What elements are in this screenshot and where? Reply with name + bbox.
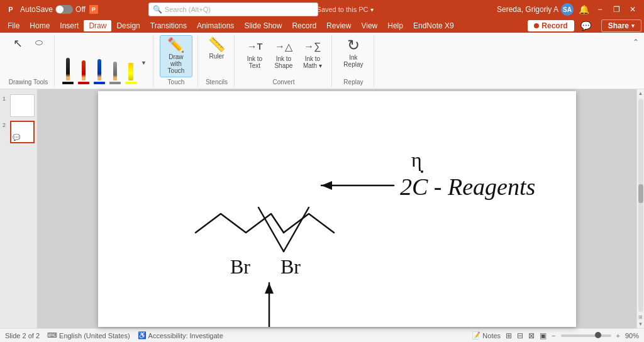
notifications-icon[interactable]: 🔔: [577, 3, 590, 16]
ink-replay-button[interactable]: ↻ Ink Replay: [338, 35, 369, 70]
replay-icon: ↻: [347, 38, 360, 53]
menu-endnote[interactable]: EndNote X9: [408, 20, 459, 31]
ribbon-group-stencils: 📏 Ruler Stencils: [199, 35, 235, 87]
scroll-track: [638, 99, 643, 312]
language-icon: ⌨: [47, 331, 57, 339]
menu-record[interactable]: Record: [287, 20, 321, 31]
pen-black-icon: [66, 58, 70, 80]
ruler-button[interactable]: 📏 Ruler: [204, 35, 229, 62]
pen-gray-button[interactable]: [108, 60, 122, 86]
user-name: Sereda, Grigoriy A: [497, 5, 558, 14]
scroll-down-button[interactable]: ▼: [638, 321, 643, 327]
svg-text:Br: Br: [280, 255, 301, 278]
pen-blue-button[interactable]: [92, 58, 106, 86]
zoom-slider[interactable]: [561, 334, 611, 337]
select-icon: ↖: [13, 38, 23, 49]
slide-2-number: 2: [3, 121, 9, 128]
dropdown-arrow-icon[interactable]: ▾: [370, 6, 374, 13]
record-dot-icon: [534, 23, 539, 28]
view-grid-icon[interactable]: ⊟: [517, 331, 523, 340]
convert-label: Convert: [272, 79, 294, 87]
search-bar[interactable]: 🔍 Search (Alt+Q): [148, 3, 318, 16]
autosave-state: Off: [75, 5, 86, 14]
stencils-label: Stencils: [206, 79, 228, 87]
close-button[interactable]: ✕: [626, 3, 639, 16]
vertical-scrollbar[interactable]: ▲ ⊞ ▼: [636, 89, 644, 328]
search-icon: 🔍: [153, 5, 162, 14]
menu-design[interactable]: Design: [111, 20, 145, 31]
autosave-toggle[interactable]: AutoSave Off: [20, 5, 86, 14]
autosave-label: AutoSave: [20, 5, 53, 14]
avatar: SA: [561, 3, 574, 16]
notes-button[interactable]: 📝 Notes: [472, 331, 501, 339]
ink-to-math-label: Ink to Math ▾: [303, 55, 322, 69]
slide-2-thumbnail[interactable]: 💬: [10, 121, 35, 143]
slide-canvas: 2C - Reagents η Br Br: [98, 91, 576, 327]
menu-file[interactable]: File: [3, 20, 25, 31]
notes-icon: 📝: [472, 331, 480, 339]
scroll-bottom-buttons: ⊞ ▼: [637, 313, 644, 328]
replay-label: Replay: [343, 79, 363, 87]
highlighter-color-bar: [125, 82, 136, 84]
notes-label: Notes: [482, 332, 501, 339]
menu-transitions[interactable]: Transitions: [145, 20, 192, 31]
zoom-fit-icon[interactable]: ⊞: [638, 314, 643, 320]
main-area: 1 2 💬 2C - Reagents η: [0, 89, 644, 328]
pen-red-button[interactable]: [77, 59, 91, 86]
status-bar: Slide 2 of 2 ⌨ English (United States) ♿…: [0, 328, 644, 342]
draw-with-touch-button[interactable]: ✏️ Draw with Touch: [160, 35, 192, 77]
ink-to-math-button[interactable]: →∑ Ink to Math ▾: [299, 35, 326, 72]
menu-view[interactable]: View: [356, 20, 382, 31]
menu-slideshow[interactable]: Slide Show: [239, 20, 287, 31]
lasso-tool-button[interactable]: ⬭: [29, 35, 49, 50]
record-label: Record: [541, 21, 567, 30]
restore-button[interactable]: ❐: [610, 3, 623, 16]
ribbon-group-replay: ↻ Ink Replay Replay: [333, 35, 374, 87]
zoom-slider-thumb[interactable]: [595, 332, 601, 338]
svg-marker-10: [265, 283, 274, 294]
comments-icon[interactable]: 💬: [578, 21, 594, 31]
menu-draw[interactable]: Draw: [84, 20, 111, 31]
view-normal-icon[interactable]: ⊞: [506, 331, 512, 340]
slide-panel: 1 2 💬: [0, 89, 38, 328]
highlighter-button[interactable]: [124, 62, 138, 86]
menu-animations[interactable]: Animations: [192, 20, 239, 31]
replay-label: Ink Replay: [343, 54, 363, 68]
ribbon-collapse-button[interactable]: ⌃: [630, 35, 641, 49]
app-icon: P: [5, 4, 16, 15]
share-label: Share: [608, 21, 629, 30]
zoom-out-button[interactable]: −: [552, 332, 555, 339]
menu-review[interactable]: Review: [321, 20, 356, 31]
title-bar: P AutoSave Off P Drawing.pptx Saved to t…: [0, 0, 644, 19]
autosave-switch[interactable]: [55, 5, 73, 14]
zoom-in-button[interactable]: +: [616, 332, 620, 339]
replay-items: ↻ Ink Replay: [338, 35, 369, 79]
menu-help[interactable]: Help: [382, 20, 408, 31]
slide-1-thumbnail[interactable]: [10, 94, 35, 117]
pen-more-button[interactable]: ▼: [140, 58, 148, 67]
ink-to-shape-button[interactable]: →△ Ink to Shape: [270, 35, 297, 72]
pen-gray-color-bar: [109, 82, 121, 84]
select-tool-button[interactable]: ↖: [8, 35, 28, 53]
search-placeholder: Search (Alt+Q): [165, 6, 211, 13]
view-outline-icon[interactable]: ⊠: [528, 331, 535, 340]
record-button[interactable]: Record: [528, 20, 574, 31]
ribbon-group-convert: →T Ink to Text →△ Ink to Shape →∑ Ink to…: [236, 35, 332, 87]
convert-items: →T Ink to Text →△ Ink to Shape →∑ Ink to…: [241, 35, 326, 79]
scroll-up-button[interactable]: ▲: [637, 89, 644, 97]
slide-1-number: 1: [3, 94, 9, 102]
pen-black-button[interactable]: [61, 57, 75, 86]
pen-blue-icon: [97, 59, 101, 80]
menu-insert[interactable]: Insert: [55, 20, 84, 31]
scroll-thumb[interactable]: [638, 184, 643, 203]
ink-to-text-button[interactable]: →T Ink to Text: [241, 35, 269, 72]
titlebar-left: P AutoSave Off P: [5, 4, 98, 15]
minimize-button[interactable]: −: [594, 3, 606, 16]
pen-red-color-bar: [78, 82, 89, 84]
slide-2-icon: 💬: [13, 134, 20, 141]
menu-home[interactable]: Home: [25, 20, 55, 31]
view-reading-icon[interactable]: ▣: [540, 331, 547, 340]
language-indicator: ⌨ English (United States): [47, 331, 130, 339]
touch-group-label: Touch: [168, 79, 185, 87]
share-button[interactable]: Share ▾: [601, 19, 641, 32]
